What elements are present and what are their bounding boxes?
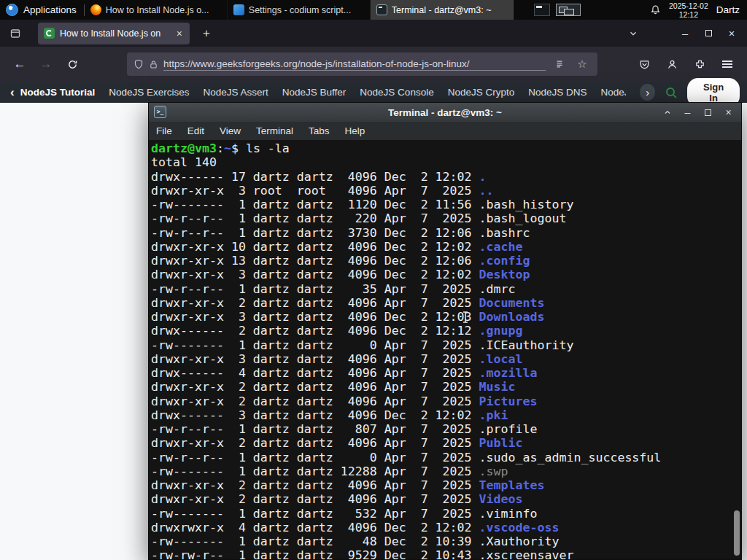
nav-scroll-right-button[interactable]: › — [640, 84, 655, 101]
window-preview-icon[interactable] — [534, 4, 550, 16]
gfg-favicon — [44, 28, 55, 39]
account-button[interactable] — [659, 52, 684, 76]
new-tab-button[interactable]: + — [196, 23, 217, 44]
gfg-nav-item[interactable]: NodeJS Buffer — [282, 87, 347, 98]
username-label: Dartz — [716, 4, 740, 15]
terminal-window: >_ Terminal - dartz@vm3: ~ – × File Edit… — [148, 102, 742, 560]
gfg-nav-item[interactable]: NodeJS Assert — [203, 87, 268, 98]
tracking-protection-shield-icon[interactable] — [133, 59, 144, 69]
list-all-tabs-button[interactable] — [623, 23, 643, 44]
taskbar-label: How to Install Node.js o... — [106, 5, 221, 15]
codium-icon — [233, 4, 244, 15]
clock-time: 12:12 — [669, 10, 708, 19]
gfg-nav-item[interactable]: NodeJS — [601, 87, 627, 98]
terminal-menu-tabs[interactable]: Tabs — [309, 125, 330, 136]
gfg-nav-item[interactable]: NodeJS Crypto — [448, 87, 515, 98]
applications-icon — [6, 4, 18, 16]
taskbar-window-browser[interactable]: How to Install Node.js o... — [85, 0, 228, 20]
tab-title: How to Install Node.js on — [60, 28, 170, 39]
terminal-body[interactable]: dartz@vm3:~$ ls -latotal 140drwx------ 1… — [149, 140, 741, 559]
gfg-nav-item[interactable]: NodeJS Console — [360, 87, 433, 98]
gfg-tutorial-nav: ‹ NodeJS Tutorial NodeJS Exercises NodeJ… — [0, 82, 747, 103]
panel-indicators: 2025-12-02 12:12 Dartz — [650, 1, 747, 19]
terminal-shade-button[interactable] — [662, 107, 673, 118]
firefox-view-button[interactable] — [4, 23, 26, 44]
tab-bar: How to Install Node.js on × + – × — [0, 20, 747, 47]
panel-tray — [534, 4, 581, 16]
terminal-window-controls: – × — [662, 103, 734, 122]
taskbar-label: Terminal - dartz@vm3: ~ — [392, 5, 507, 15]
applications-menu[interactable]: Applications — [0, 0, 84, 20]
desktop: Applications How to Install Node.js o...… — [0, 0, 747, 560]
applications-label: Applications — [23, 4, 77, 15]
taskbar-window-terminal[interactable]: Terminal - dartz@vm3: ~ — [371, 0, 514, 20]
back-button[interactable]: ← — [7, 52, 32, 76]
toolbar-right-icons — [632, 52, 740, 76]
search-icon[interactable] — [665, 86, 678, 99]
navigation-toolbar: ← → https://www.geeksforgeeks.org/node-j… — [0, 47, 747, 82]
clock-date: 2025-12-02 — [669, 1, 708, 10]
tab-close-button[interactable]: × — [175, 28, 184, 39]
clock[interactable]: 2025-12-02 12:12 — [669, 1, 708, 19]
url-bar[interactable]: https://www.geeksforgeeks.org/node-js/in… — [127, 52, 597, 76]
window-minimize-button[interactable]: – — [674, 23, 696, 44]
window-close-button[interactable]: × — [721, 23, 743, 44]
taskbar-window-codium[interactable]: Settings - codium script... — [228, 0, 371, 20]
terminal-menubar: File Edit View Terminal Tabs Help — [149, 122, 741, 140]
mouse-cursor — [461, 311, 470, 327]
hamburger-icon — [722, 61, 732, 68]
terminal-menu-view[interactable]: View — [220, 125, 241, 136]
maximize-icon — [705, 30, 712, 36]
reload-button[interactable] — [60, 52, 85, 76]
notification-bell-icon[interactable] — [650, 4, 661, 15]
gfg-nav-item-tutorial[interactable]: ‹ NodeJS Tutorial — [10, 86, 95, 98]
pocket-button[interactable] — [632, 52, 657, 76]
terminal-scrollbar[interactable] — [734, 510, 740, 556]
terminal-icon — [376, 4, 387, 15]
terminal-menu-edit[interactable]: Edit — [187, 125, 204, 136]
terminal-close-button[interactable]: × — [723, 107, 734, 118]
gfg-nav-item[interactable]: NodeJS DNS — [528, 87, 587, 98]
extensions-button[interactable] — [687, 52, 712, 76]
terminal-menu-file[interactable]: File — [156, 125, 172, 136]
terminal-minimize-button[interactable]: – — [682, 107, 693, 118]
terminal-titlebar[interactable]: >_ Terminal - dartz@vm3: ~ – × — [149, 103, 741, 122]
taskbar-label: Settings - codium script... — [249, 5, 364, 15]
browser-tab[interactable]: How to Install Node.js on × — [38, 23, 190, 44]
lock-icon[interactable] — [149, 60, 158, 69]
terminal-menu-help[interactable]: Help — [345, 125, 365, 136]
url-text[interactable]: https://www.geeksforgeeks.org/node-js/in… — [163, 58, 546, 71]
browser-window-controls: – × — [674, 23, 743, 44]
terminal-maximize-button[interactable] — [703, 107, 713, 118]
workspace-switcher[interactable] — [556, 4, 581, 16]
maximize-icon — [705, 109, 711, 116]
chevron-left-icon: ‹ — [10, 86, 15, 98]
forward-button[interactable]: → — [34, 52, 58, 76]
top-panel: Applications How to Install Node.js o...… — [0, 0, 747, 20]
reader-mode-button[interactable] — [551, 55, 568, 74]
bookmark-star-button[interactable]: ☆ — [573, 55, 591, 74]
firefox-icon — [90, 4, 101, 15]
menu-button[interactable] — [715, 52, 740, 76]
terminal-menu-terminal[interactable]: Terminal — [256, 125, 293, 136]
window-maximize-button[interactable] — [697, 23, 719, 44]
terminal-title: Terminal - dartz@vm3: ~ — [149, 103, 741, 122]
gfg-nav-item[interactable]: NodeJS Exercises — [109, 87, 189, 98]
gfg-nav-label: NodeJS Tutorial — [20, 87, 96, 98]
terminal-lines: dartz@vm3:~$ ls -latotal 140drwx------ 1… — [149, 140, 741, 559]
